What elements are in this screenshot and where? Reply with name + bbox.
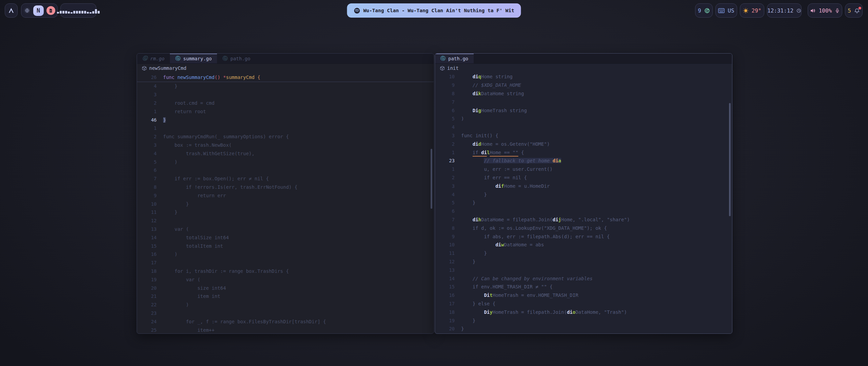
- code-line[interactable]: 7 if err := box.Open(); err ≠ nil {: [137, 175, 434, 183]
- editor-tab-path-go[interactable]: Ⓖpath.go: [217, 54, 256, 63]
- audio-pill[interactable]: 100%: [808, 3, 842, 18]
- code-line[interactable]: 9 if abs, err := filepath.Abs(d); err ==…: [435, 232, 732, 241]
- code-line[interactable]: 18 for i, trashDir := range box.TrashDir…: [137, 267, 434, 276]
- launcher-button[interactable]: [5, 3, 18, 18]
- code-line[interactable]: 2func summaryCmdRun(_ summaryOptions) er…: [137, 133, 434, 141]
- code-line[interactable]: 2 root.cmd = cmd: [137, 99, 434, 107]
- code-line[interactable]: 6 DigHomeTrash string: [435, 106, 732, 115]
- code-line[interactable]: 46}: [137, 116, 434, 124]
- code-line[interactable]: 25 item++: [137, 326, 434, 334]
- code-line[interactable]: 15 if env.HOME_TRASH_DIR ≠ "" {: [435, 283, 732, 291]
- code-text: }: [461, 318, 475, 323]
- code-line[interactable]: 24 for _, f := range box.FilesByTrashDir…: [137, 317, 434, 326]
- code-line[interactable]: 5): [435, 115, 732, 123]
- code-line[interactable]: 19 }: [435, 316, 732, 325]
- code-line[interactable]: 13: [435, 266, 732, 274]
- code-line[interactable]: 1 return root: [137, 107, 434, 116]
- right-code-area[interactable]: 10 diqHome string9 // $XDG_DATA_HOME8 di…: [435, 73, 732, 333]
- editor-tab-rm-go[interactable]: Ⓖrm.go: [137, 54, 170, 63]
- updates-pill[interactable]: 9: [695, 3, 713, 18]
- right-breadcrumb: init: [435, 64, 732, 73]
- code-line[interactable]: 3 difHome = u.HomeDir: [435, 182, 732, 190]
- right-scrollbar[interactable]: [729, 103, 731, 216]
- code-line[interactable]: 3: [137, 90, 434, 99]
- code-line[interactable]: 15 totalItem int: [137, 242, 434, 250]
- workspaces-pill[interactable]: N: [21, 3, 58, 18]
- line-number: 2: [435, 141, 455, 147]
- code-line[interactable]: 1: [137, 124, 434, 133]
- code-line[interactable]: 3func init() {: [435, 131, 732, 140]
- line-number: 7: [435, 99, 455, 105]
- code-line[interactable]: 12: [137, 217, 434, 225]
- line-number: 4: [435, 192, 455, 197]
- code-line[interactable]: 4 }: [137, 82, 434, 90]
- code-line[interactable]: 9 // $XDG_DATA_HOME: [435, 81, 732, 89]
- keyboard-layout-pill[interactable]: US: [715, 3, 737, 18]
- code-line[interactable]: 21 item int: [137, 292, 434, 301]
- code-line[interactable]: 7: [435, 98, 732, 106]
- code-line[interactable]: 4: [435, 123, 732, 131]
- code-line[interactable]: 10 diwDataHome = abs: [435, 241, 732, 249]
- code-text: var (: [163, 226, 189, 232]
- code-line[interactable]: 4 }: [435, 190, 732, 199]
- code-line[interactable]: 23: [137, 309, 434, 318]
- code-text: }: [461, 200, 475, 205]
- code-line[interactable]: 17: [137, 259, 434, 267]
- code-line[interactable]: 4 trash.WithGetSize(true),: [137, 149, 434, 158]
- weather-pill[interactable]: 29°: [740, 3, 764, 18]
- left-code-area[interactable]: 4 }32 root.cmd = cmd1 return root46}12fu…: [137, 82, 434, 334]
- line-number: 5: [137, 159, 157, 165]
- editor-window-right[interactable]: Ⓖpath.go init 10 diqHome string9 // $XDG…: [435, 53, 732, 334]
- code-line[interactable]: 6: [435, 207, 732, 216]
- code-line[interactable]: 8 dikDataHome string: [435, 89, 732, 98]
- code-line[interactable]: 5 }: [435, 199, 732, 207]
- code-line[interactable]: 5 ): [137, 158, 434, 166]
- code-line[interactable]: 13 var (: [137, 225, 434, 233]
- notification-dot: [859, 7, 861, 9]
- code-line[interactable]: 12 }: [435, 258, 732, 266]
- code-line[interactable]: 10 diqHome string: [435, 73, 732, 81]
- code-line[interactable]: 19 var (: [137, 275, 434, 284]
- workspace-documents[interactable]: [46, 6, 55, 15]
- code-line[interactable]: 1 u, err := user.Current(): [435, 165, 732, 174]
- clock-time: 12:31:12: [767, 7, 793, 14]
- code-line[interactable]: 10 }: [137, 200, 434, 208]
- workspace-editor-active[interactable]: N: [33, 5, 44, 16]
- code-line[interactable]: 6: [137, 166, 434, 175]
- code-line[interactable]: 3 box := trash.NewBox(: [137, 141, 434, 149]
- code-line[interactable]: 2 didHome = os.Getenv("HOME"): [435, 140, 732, 148]
- editor-tab-path-go[interactable]: Ⓖpath.go: [435, 54, 474, 63]
- code-line[interactable]: 14 totalSize int64: [137, 233, 434, 242]
- line-number: 8: [435, 225, 455, 231]
- clock-pill[interactable]: 12:31:12: [767, 3, 802, 18]
- line-number: 21: [137, 293, 157, 299]
- line-number: 2: [435, 175, 455, 180]
- code-line[interactable]: 20 size int64: [137, 284, 434, 292]
- code-line[interactable]: 11 }: [435, 249, 732, 258]
- code-line[interactable]: 9 return err: [137, 191, 434, 200]
- code-line[interactable]: 23 // fallback to get home dia: [435, 157, 732, 165]
- code-line[interactable]: 14 // Can be changed by environment vari…: [435, 274, 732, 283]
- code-line[interactable]: 16 DitHomeTrash = env.HOME_TRASH_DIR: [435, 291, 732, 300]
- code-line[interactable]: 2 if err == nil {: [435, 174, 732, 182]
- now-playing-pill[interactable]: Wu-Tang Clan - Wu-Tang Clan Ain't Nuthin…: [347, 3, 521, 18]
- code-line[interactable]: 20}: [435, 325, 732, 333]
- code-line[interactable]: 8 if d, ok := os.LookupEnv("XDG_DATA_HOM…: [435, 224, 732, 232]
- left-scrollbar[interactable]: [431, 149, 432, 209]
- editor-window-left[interactable]: Ⓖrm.goⒼsummary.goⒼpath.go newSummaryCmd …: [137, 53, 434, 334]
- workspace-browser[interactable]: [24, 7, 31, 14]
- audio-visualizer-pill[interactable]: [60, 3, 96, 18]
- code-line[interactable]: 18 DiyHomeTrash = filepath.Join(dioDataH…: [435, 308, 732, 316]
- code-line[interactable]: 7 dihDataHome = filepath.Join(dijHome, "…: [435, 216, 732, 224]
- editor-tab-summary-go[interactable]: Ⓖsummary.go: [170, 54, 217, 63]
- code-line[interactable]: 17 } else {: [435, 300, 732, 308]
- code-line[interactable]: 22 ): [137, 301, 434, 309]
- code-text: dikDataHome string: [461, 91, 524, 96]
- visualizer-bar: [68, 12, 70, 14]
- code-line[interactable]: 11 }: [137, 208, 434, 217]
- code-text: func newSummaryCmd() *summaryCmd {: [163, 75, 260, 80]
- code-line[interactable]: 1 if dilHome == "" {: [435, 148, 732, 157]
- code-line[interactable]: 8 if !errors.Is(err, trash.ErrNotFound) …: [137, 183, 434, 191]
- notifications-pill[interactable]: 5: [845, 3, 863, 18]
- code-line[interactable]: 16 ): [137, 250, 434, 259]
